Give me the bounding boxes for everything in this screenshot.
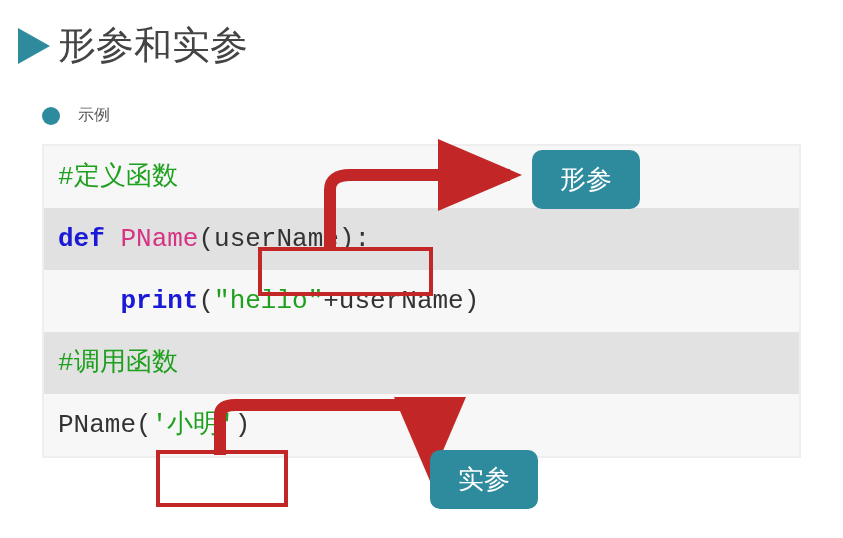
- call-name: PName: [58, 410, 136, 440]
- subtitle-row: 示例: [42, 105, 843, 126]
- slide-header: 形参和实参: [0, 0, 843, 81]
- function-name: PName: [120, 224, 198, 254]
- dot-bullet-icon: [42, 107, 60, 125]
- badge-actual-param: 实参: [430, 450, 538, 509]
- indent: [58, 286, 120, 316]
- arrow-to-actual: [200, 395, 450, 495]
- call-open: (: [136, 410, 152, 440]
- subtitle-label: 示例: [78, 105, 110, 126]
- keyword-print: print: [120, 286, 198, 316]
- keyword-def: def: [58, 224, 120, 254]
- code-comment-call: #调用函数: [44, 332, 799, 394]
- paren-open: (: [198, 286, 214, 316]
- arrow-to-formal: [300, 160, 540, 260]
- badge-formal-param: 形参: [532, 150, 640, 209]
- triangle-bullet-icon: [18, 28, 50, 64]
- slide-title: 形参和实参: [58, 20, 248, 71]
